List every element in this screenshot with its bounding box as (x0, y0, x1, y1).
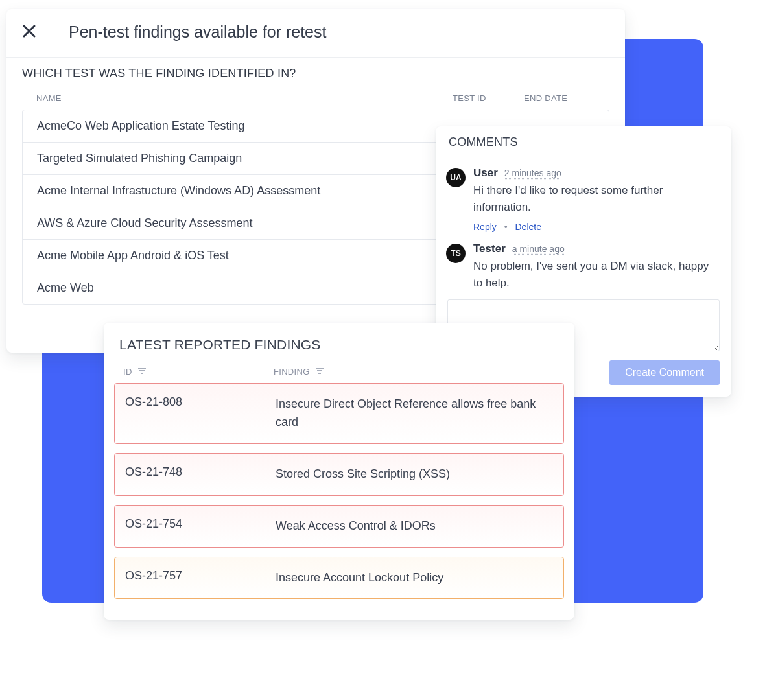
comment-author: User (473, 167, 498, 180)
finding-text: Insecure Account Lockout Policy (276, 569, 553, 587)
findings-title: LATEST REPORTED FINDINGS (104, 323, 574, 355)
comment-author: Tester (473, 242, 506, 255)
avatar: UA (446, 168, 466, 187)
comment-time: a minute ago (512, 244, 565, 254)
tests-table-head: NAME TEST ID END DATE (22, 89, 609, 110)
finding-text: Insecure Direct Object Reference allows … (276, 395, 553, 432)
retest-header: Pen-test findings available for retest (6, 9, 625, 58)
th-name: NAME (36, 93, 453, 103)
filter-icon[interactable] (137, 367, 147, 377)
findings-panel: LATEST REPORTED FINDINGS ID FINDING OS-2… (104, 323, 574, 620)
reply-link[interactable]: Reply (473, 222, 497, 232)
comment: TS Tester a minute ago No problem, I've … (436, 233, 731, 294)
th-enddate: END DATE (524, 93, 595, 103)
comment-text: No problem, I've sent you a DM via slack… (473, 258, 718, 292)
retest-title: Pen-test findings available for retest (69, 23, 326, 41)
finding-text: Stored Cross Site Scripting (XSS) (276, 465, 553, 484)
comment: UA User 2 minutes ago Hi there I'd like … (436, 158, 731, 233)
finding-text: Weak Access Control & IDORs (276, 517, 553, 535)
th-testid: TEST ID (453, 93, 524, 103)
delete-link[interactable]: Delete (515, 222, 541, 232)
finding-row[interactable]: OS-21-754 Weak Access Control & IDORs (114, 505, 564, 548)
separator-dot: • (504, 222, 508, 232)
finding-row[interactable]: OS-21-808 Insecure Direct Object Referen… (114, 383, 564, 444)
avatar: TS (446, 244, 466, 263)
finding-id: OS-21-757 (125, 569, 276, 583)
comments-title: COMMENTS (449, 135, 718, 149)
finding-id: OS-21-748 (125, 465, 276, 479)
create-comment-button[interactable]: Create Comment (609, 360, 720, 385)
findings-body: OS-21-808 Insecure Direct Object Referen… (104, 383, 574, 599)
th-finding: FINDING (274, 367, 310, 377)
finding-row[interactable]: OS-21-748 Stored Cross Site Scripting (X… (114, 453, 564, 496)
comment-time: 2 minutes ago (504, 168, 561, 178)
comment-text: Hi there I'd like to request some furthe… (473, 182, 718, 216)
close-icon (21, 23, 37, 41)
finding-id: OS-21-754 (125, 517, 276, 531)
retest-question: WHICH TEST WAS THE FINDING IDENTIFIED IN… (22, 67, 609, 80)
findings-head: ID FINDING (104, 355, 574, 383)
filter-icon[interactable] (315, 367, 324, 377)
finding-id: OS-21-808 (125, 395, 276, 409)
th-id: ID (123, 367, 132, 377)
comment-actions: Reply • Delete (473, 222, 718, 232)
comments-head: COMMENTS (436, 126, 731, 158)
finding-row[interactable]: OS-21-757 Insecure Account Lockout Polic… (114, 557, 564, 600)
close-button[interactable] (16, 18, 43, 45)
